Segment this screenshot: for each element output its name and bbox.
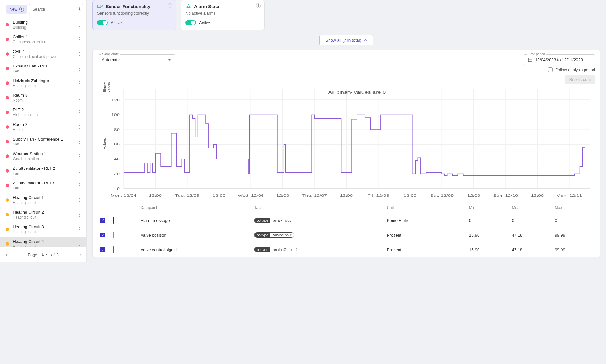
search-input[interactable] bbox=[29, 4, 83, 14]
sidebar-item[interactable]: Exhaust Fan - RLT 1 Fan ⋮ bbox=[0, 61, 86, 76]
item-menu-button[interactable]: ⋮ bbox=[75, 196, 85, 204]
pager-next[interactable]: › bbox=[78, 251, 82, 259]
item-menu-button[interactable]: ⋮ bbox=[75, 153, 85, 160]
sensor-icon bbox=[97, 4, 103, 9]
svg-text:12:00: 12:00 bbox=[276, 194, 289, 198]
row-unit: Keine Einheit bbox=[385, 213, 467, 228]
item-menu-button[interactable]: ⋮ bbox=[75, 123, 85, 131]
sidebar-item-sub: Room bbox=[13, 98, 75, 103]
row-tag: objtypeanalogInput bbox=[254, 232, 294, 238]
col-mean: Mean bbox=[510, 202, 552, 213]
item-menu-button[interactable]: ⋮ bbox=[75, 50, 85, 58]
svg-text:12:00: 12:00 bbox=[212, 194, 226, 198]
sidebar-item-title: Heating Circuit 1 bbox=[13, 195, 75, 200]
sidebar-item[interactable]: Weather Station 1 Weather station ⋮ bbox=[0, 149, 86, 164]
sidebar-item[interactable]: Heating Circuit 3 Heating circuit ⋮ bbox=[0, 222, 86, 237]
sidebar-item[interactable]: CHP 1 Combined heat and power ⋮ bbox=[0, 47, 86, 61]
sidebar-item[interactable]: Building Building ⋮ bbox=[0, 17, 86, 32]
status-dot bbox=[6, 242, 9, 246]
item-menu-button[interactable]: ⋮ bbox=[75, 167, 85, 175]
sidebar: New + Building Building ⋮ Chiller 1 Comp… bbox=[0, 0, 87, 262]
info-icon[interactable]: i bbox=[168, 3, 172, 8]
sidebar-item-sub: Heating circuit bbox=[13, 215, 75, 219]
row-mean: 0 bbox=[510, 213, 552, 228]
svg-line-1 bbox=[79, 10, 80, 11]
item-menu-button[interactable]: ⋮ bbox=[75, 80, 85, 87]
item-menu-button[interactable]: ⋮ bbox=[75, 211, 85, 219]
row-tag: objtypebinaryInput bbox=[254, 218, 293, 223]
timeperiod-value: 12/04/2023 to 12/11/2023 bbox=[535, 58, 583, 62]
card-alarm-title: Alarm State bbox=[194, 4, 219, 9]
item-menu-button[interactable]: ⋮ bbox=[75, 36, 85, 43]
pager-page-select[interactable]: 1 bbox=[40, 252, 49, 257]
sidebar-item-title: Heating Circuit 4 bbox=[13, 239, 75, 244]
sidebar-item-sub: Heating circuit bbox=[13, 230, 75, 234]
alarm-icon bbox=[185, 4, 192, 9]
follow-analysis-checkbox[interactable] bbox=[548, 67, 553, 72]
pager-of-label: of bbox=[51, 252, 55, 257]
row-checkbox[interactable]: ✓ bbox=[100, 247, 105, 252]
sidebar-item[interactable]: Room 2 Room ⋮ bbox=[0, 120, 86, 134]
row-min: 15.90 bbox=[467, 242, 510, 257]
sidebar-item-title: Heizkreis Zubringer bbox=[13, 78, 75, 83]
chevron-up-icon bbox=[364, 39, 367, 42]
status-dot bbox=[6, 228, 9, 231]
item-menu-button[interactable]: ⋮ bbox=[75, 240, 85, 247]
item-menu-button[interactable]: ⋮ bbox=[75, 226, 85, 233]
info-icon[interactable]: i bbox=[256, 3, 261, 8]
pager-prev[interactable]: ‹ bbox=[4, 251, 8, 259]
show-all-button[interactable]: Show all (7 in total) bbox=[319, 35, 373, 45]
svg-text:60: 60 bbox=[114, 142, 120, 146]
sensor-toggle[interactable] bbox=[97, 20, 108, 25]
chart-panel: Samplerate Automatic Time period 12/04/2… bbox=[92, 50, 600, 257]
row-color-swatch bbox=[113, 246, 114, 253]
item-menu-button[interactable]: ⋮ bbox=[75, 94, 85, 102]
item-menu-button[interactable]: ⋮ bbox=[75, 182, 85, 189]
row-checkbox[interactable]: ✓ bbox=[100, 233, 105, 237]
row-tag: objtypeanalogOutput bbox=[254, 247, 297, 252]
sidebar-item[interactable]: Heating Circuit 2 Heating circuit ⋮ bbox=[0, 207, 86, 222]
item-menu-button[interactable]: ⋮ bbox=[75, 65, 85, 72]
sidebar-item-title: Heating Circuit 2 bbox=[13, 210, 75, 214]
sidebar-item[interactable]: RLT 2 Air handling unit ⋮ bbox=[0, 105, 86, 120]
col-min: Min bbox=[467, 202, 510, 213]
svg-text:Wed, 12/06: Wed, 12/06 bbox=[238, 194, 264, 198]
sidebar-list[interactable]: Building Building ⋮ Chiller 1 Compressio… bbox=[0, 17, 86, 247]
card-sensor-functionality: i Sensor Functionality Sensors functioni… bbox=[92, 0, 176, 30]
sidebar-item[interactable]: Heating Circuit 1 Heating circuit ⋮ bbox=[0, 193, 86, 207]
table-row: ✓ Valve control signal objtypeanalogOutp… bbox=[98, 242, 595, 257]
sidebar-item[interactable]: Zuluftventilator - RLT3 Fan ⋮ bbox=[0, 178, 86, 193]
svg-text:Thu, 12/07: Thu, 12/07 bbox=[302, 194, 327, 198]
item-menu-button[interactable]: ⋮ bbox=[75, 138, 85, 145]
search-icon bbox=[76, 6, 81, 12]
timeperiod-picker[interactable]: 12/04/2023 to 12/11/2023 bbox=[524, 54, 595, 65]
row-max: 99.99 bbox=[552, 242, 595, 257]
new-button[interactable]: New + bbox=[6, 5, 27, 14]
sidebar-item[interactable]: Chiller 1 Compression chiller ⋮ bbox=[0, 32, 86, 47]
reset-zoom-button[interactable]: Reset zoom bbox=[565, 75, 595, 84]
row-mean: 47.18 bbox=[510, 228, 552, 242]
svg-rect-2 bbox=[97, 5, 101, 7]
samplerate-select[interactable]: Automatic bbox=[98, 54, 175, 65]
col-max: Max bbox=[552, 202, 595, 213]
chart-area[interactable]: Binaryvalues Values Mon, 12/0412:00Tue, … bbox=[98, 86, 595, 201]
card-sensor-title: Sensor Functionality bbox=[106, 4, 150, 9]
sidebar-item[interactable]: Heating Circuit 4 Heating circuit ⋮ bbox=[0, 237, 86, 247]
alarm-toggle[interactable] bbox=[185, 20, 196, 25]
status-dot bbox=[6, 140, 9, 143]
sidebar-item[interactable]: Raum 3 Room ⋮ bbox=[0, 90, 86, 105]
card-sensor-sub: Sensors functioning correctly bbox=[97, 11, 172, 16]
sidebar-item[interactable]: Supply Fan - Conference 1 Fan ⋮ bbox=[0, 134, 86, 149]
sidebar-item-title: Zuluftventilator - RLT3 bbox=[13, 181, 75, 185]
sidebar-item-sub: Compression chiller bbox=[13, 40, 75, 44]
svg-text:12:00: 12:00 bbox=[403, 194, 417, 198]
sidebar-item[interactable]: Zuluftventilator - RLT 2 Fan ⋮ bbox=[0, 164, 86, 178]
status-dot bbox=[6, 198, 9, 202]
row-color-swatch bbox=[113, 217, 114, 224]
follow-analysis-label: Follow analysis period bbox=[555, 67, 595, 72]
datapoint-table: Datapoint Tags Unit Min Mean Max ✓ Alarm… bbox=[98, 202, 595, 257]
item-menu-button[interactable]: ⋮ bbox=[75, 21, 85, 29]
sidebar-item[interactable]: Heizkreis Zubringer Heating circuit ⋮ bbox=[0, 76, 86, 90]
item-menu-button[interactable]: ⋮ bbox=[75, 109, 85, 116]
row-checkbox[interactable]: ✓ bbox=[100, 218, 105, 223]
